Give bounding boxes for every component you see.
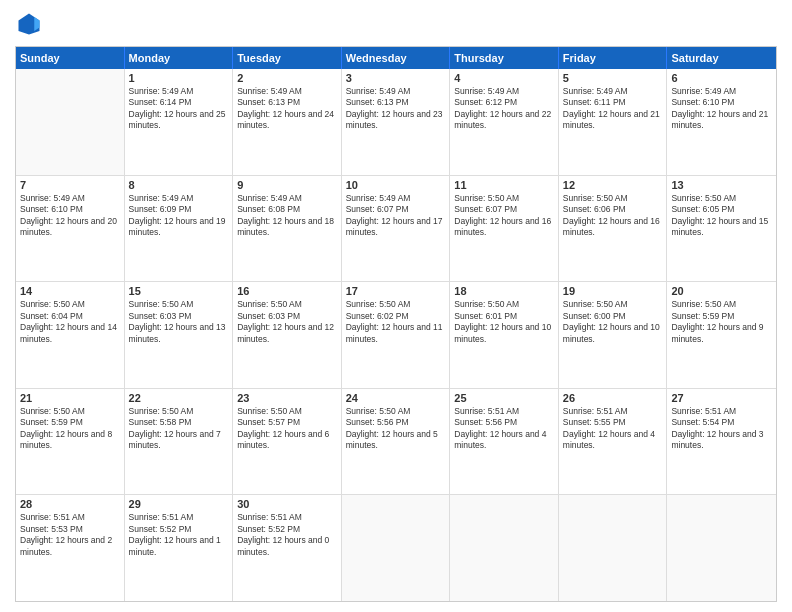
header [15,10,777,38]
day-number: 4 [454,72,554,84]
cell-info: Sunrise: 5:49 AMSunset: 6:09 PMDaylight:… [129,193,229,239]
cell-info: Sunrise: 5:49 AMSunset: 6:08 PMDaylight:… [237,193,337,239]
cell-info: Sunrise: 5:50 AMSunset: 6:00 PMDaylight:… [563,299,663,345]
table-row: 29Sunrise: 5:51 AMSunset: 5:52 PMDayligh… [125,495,234,601]
cell-info: Sunrise: 5:49 AMSunset: 6:07 PMDaylight:… [346,193,446,239]
table-row: 28Sunrise: 5:51 AMSunset: 5:53 PMDayligh… [16,495,125,601]
table-row: 14Sunrise: 5:50 AMSunset: 6:04 PMDayligh… [16,282,125,388]
logo-icon [15,10,43,38]
cell-info: Sunrise: 5:51 AMSunset: 5:52 PMDaylight:… [237,512,337,558]
table-row [16,69,125,175]
day-number: 14 [20,285,120,297]
table-row: 16Sunrise: 5:50 AMSunset: 6:03 PMDayligh… [233,282,342,388]
table-row: 11Sunrise: 5:50 AMSunset: 6:07 PMDayligh… [450,176,559,282]
day-number: 30 [237,498,337,510]
cell-info: Sunrise: 5:51 AMSunset: 5:52 PMDaylight:… [129,512,229,558]
day-number: 16 [237,285,337,297]
table-row: 2Sunrise: 5:49 AMSunset: 6:13 PMDaylight… [233,69,342,175]
calendar-week-1: 1Sunrise: 5:49 AMSunset: 6:14 PMDaylight… [16,69,776,176]
day-number: 9 [237,179,337,191]
day-number: 26 [563,392,663,404]
table-row: 18Sunrise: 5:50 AMSunset: 6:01 PMDayligh… [450,282,559,388]
cell-info: Sunrise: 5:50 AMSunset: 6:03 PMDaylight:… [129,299,229,345]
table-row: 26Sunrise: 5:51 AMSunset: 5:55 PMDayligh… [559,389,668,495]
table-row: 10Sunrise: 5:49 AMSunset: 6:07 PMDayligh… [342,176,451,282]
cell-info: Sunrise: 5:50 AMSunset: 5:56 PMDaylight:… [346,406,446,452]
table-row: 21Sunrise: 5:50 AMSunset: 5:59 PMDayligh… [16,389,125,495]
table-row: 8Sunrise: 5:49 AMSunset: 6:09 PMDaylight… [125,176,234,282]
table-row: 12Sunrise: 5:50 AMSunset: 6:06 PMDayligh… [559,176,668,282]
cal-header-thursday: Thursday [450,47,559,69]
day-number: 11 [454,179,554,191]
cell-info: Sunrise: 5:49 AMSunset: 6:10 PMDaylight:… [20,193,120,239]
table-row: 5Sunrise: 5:49 AMSunset: 6:11 PMDaylight… [559,69,668,175]
table-row: 15Sunrise: 5:50 AMSunset: 6:03 PMDayligh… [125,282,234,388]
cell-info: Sunrise: 5:50 AMSunset: 6:01 PMDaylight:… [454,299,554,345]
day-number: 2 [237,72,337,84]
table-row: 23Sunrise: 5:50 AMSunset: 5:57 PMDayligh… [233,389,342,495]
cell-info: Sunrise: 5:51 AMSunset: 5:53 PMDaylight:… [20,512,120,558]
cell-info: Sunrise: 5:49 AMSunset: 6:12 PMDaylight:… [454,86,554,132]
cell-info: Sunrise: 5:50 AMSunset: 6:03 PMDaylight:… [237,299,337,345]
calendar-week-4: 21Sunrise: 5:50 AMSunset: 5:59 PMDayligh… [16,389,776,496]
cell-info: Sunrise: 5:49 AMSunset: 6:13 PMDaylight:… [237,86,337,132]
calendar-header-row: SundayMondayTuesdayWednesdayThursdayFrid… [16,47,776,69]
table-row: 25Sunrise: 5:51 AMSunset: 5:56 PMDayligh… [450,389,559,495]
day-number: 19 [563,285,663,297]
cell-info: Sunrise: 5:49 AMSunset: 6:14 PMDaylight:… [129,86,229,132]
cal-header-friday: Friday [559,47,668,69]
cell-info: Sunrise: 5:50 AMSunset: 5:59 PMDaylight:… [20,406,120,452]
cell-info: Sunrise: 5:49 AMSunset: 6:11 PMDaylight:… [563,86,663,132]
table-row: 6Sunrise: 5:49 AMSunset: 6:10 PMDaylight… [667,69,776,175]
table-row [450,495,559,601]
calendar: SundayMondayTuesdayWednesdayThursdayFrid… [15,46,777,602]
cell-info: Sunrise: 5:50 AMSunset: 5:58 PMDaylight:… [129,406,229,452]
day-number: 15 [129,285,229,297]
day-number: 21 [20,392,120,404]
table-row [667,495,776,601]
day-number: 7 [20,179,120,191]
cell-info: Sunrise: 5:50 AMSunset: 5:59 PMDaylight:… [671,299,772,345]
cell-info: Sunrise: 5:51 AMSunset: 5:56 PMDaylight:… [454,406,554,452]
day-number: 28 [20,498,120,510]
cell-info: Sunrise: 5:51 AMSunset: 5:55 PMDaylight:… [563,406,663,452]
day-number: 5 [563,72,663,84]
day-number: 8 [129,179,229,191]
cal-header-tuesday: Tuesday [233,47,342,69]
table-row: 1Sunrise: 5:49 AMSunset: 6:14 PMDaylight… [125,69,234,175]
cal-header-saturday: Saturday [667,47,776,69]
table-row: 27Sunrise: 5:51 AMSunset: 5:54 PMDayligh… [667,389,776,495]
cell-info: Sunrise: 5:49 AMSunset: 6:13 PMDaylight:… [346,86,446,132]
day-number: 25 [454,392,554,404]
day-number: 6 [671,72,772,84]
cell-info: Sunrise: 5:50 AMSunset: 6:04 PMDaylight:… [20,299,120,345]
day-number: 17 [346,285,446,297]
logo [15,10,47,38]
calendar-week-5: 28Sunrise: 5:51 AMSunset: 5:53 PMDayligh… [16,495,776,601]
day-number: 1 [129,72,229,84]
cell-info: Sunrise: 5:50 AMSunset: 6:05 PMDaylight:… [671,193,772,239]
calendar-week-3: 14Sunrise: 5:50 AMSunset: 6:04 PMDayligh… [16,282,776,389]
table-row [559,495,668,601]
table-row [342,495,451,601]
cal-header-monday: Monday [125,47,234,69]
day-number: 24 [346,392,446,404]
table-row: 24Sunrise: 5:50 AMSunset: 5:56 PMDayligh… [342,389,451,495]
table-row: 17Sunrise: 5:50 AMSunset: 6:02 PMDayligh… [342,282,451,388]
day-number: 22 [129,392,229,404]
cal-header-sunday: Sunday [16,47,125,69]
day-number: 23 [237,392,337,404]
table-row: 30Sunrise: 5:51 AMSunset: 5:52 PMDayligh… [233,495,342,601]
calendar-week-2: 7Sunrise: 5:49 AMSunset: 6:10 PMDaylight… [16,176,776,283]
table-row: 13Sunrise: 5:50 AMSunset: 6:05 PMDayligh… [667,176,776,282]
calendar-body: 1Sunrise: 5:49 AMSunset: 6:14 PMDaylight… [16,69,776,601]
day-number: 27 [671,392,772,404]
day-number: 18 [454,285,554,297]
cell-info: Sunrise: 5:50 AMSunset: 6:02 PMDaylight:… [346,299,446,345]
table-row: 22Sunrise: 5:50 AMSunset: 5:58 PMDayligh… [125,389,234,495]
table-row: 9Sunrise: 5:49 AMSunset: 6:08 PMDaylight… [233,176,342,282]
day-number: 10 [346,179,446,191]
cell-info: Sunrise: 5:49 AMSunset: 6:10 PMDaylight:… [671,86,772,132]
table-row: 4Sunrise: 5:49 AMSunset: 6:12 PMDaylight… [450,69,559,175]
day-number: 12 [563,179,663,191]
